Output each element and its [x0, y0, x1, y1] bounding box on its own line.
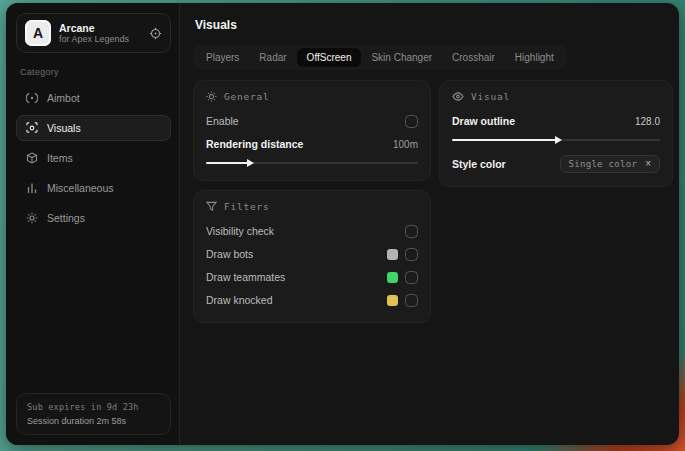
app-subtitle: for Apex Legends [59, 34, 141, 44]
enable-label: Enable [206, 115, 239, 127]
panel-title: Filters [224, 201, 270, 212]
tab-radar[interactable]: Radar [249, 48, 296, 67]
main-area: Visuals Players Radar OffScreen Skin Cha… [180, 3, 679, 445]
sidebar-item-settings[interactable]: Settings [16, 205, 171, 231]
panel-title: General [224, 91, 270, 102]
visibility-check-row: Visibility check [206, 221, 418, 241]
sun-icon [206, 91, 217, 102]
filters-panel: Filters Visibility check Draw bots [193, 190, 431, 323]
tab-highlight[interactable]: Highlight [505, 48, 564, 67]
draw-knocked-color-swatch[interactable] [387, 295, 398, 306]
enable-checkbox[interactable] [405, 115, 418, 128]
visibility-check-checkbox[interactable] [405, 225, 418, 238]
tab-skin-changer[interactable]: Skin Changer [361, 48, 442, 67]
sidebar-item-label: Visuals [47, 122, 81, 134]
draw-bots-checkbox[interactable] [405, 248, 418, 261]
eye-scan-icon [26, 122, 38, 134]
slider-fill [206, 162, 248, 164]
sidebar-item-label: Miscellaneous [47, 182, 114, 194]
sidebar-item-miscellaneous[interactable]: Miscellaneous [16, 175, 171, 201]
page-title: Visuals [195, 18, 673, 32]
sidebar-item-aimbot[interactable]: Aimbot [16, 85, 171, 111]
eye-icon [452, 91, 464, 102]
category-label: Category [20, 67, 171, 77]
draw-knocked-row: Draw knocked [206, 290, 418, 310]
rendering-distance-label: Rendering distance [206, 138, 303, 150]
target-icon[interactable] [149, 27, 162, 40]
crosshair-icon [26, 92, 38, 104]
close-icon[interactable]: × [645, 159, 651, 169]
draw-teammates-color-swatch[interactable] [387, 272, 398, 283]
funnel-icon [206, 201, 217, 212]
draw-outline-value: 128.0 [635, 116, 660, 127]
draw-outline-slider[interactable] [452, 135, 660, 145]
rendering-distance-slider[interactable] [206, 158, 418, 168]
style-color-value: Single color [569, 159, 638, 169]
draw-teammates-row: Draw teammates [206, 267, 418, 287]
bars-icon [26, 182, 38, 194]
tab-players[interactable]: Players [196, 48, 249, 67]
draw-outline-row: Draw outline 128.0 [452, 111, 660, 131]
sidebar-item-label: Items [47, 152, 73, 164]
tab-bar: Players Radar OffScreen Skin Changer Cro… [193, 45, 567, 70]
cube-icon [26, 152, 38, 164]
draw-outline-label: Draw outline [452, 115, 515, 127]
panel-title: Visual [471, 91, 510, 102]
slider-fill [452, 139, 556, 141]
rendering-distance-value: 100m [393, 139, 418, 150]
sidebar-item-label: Settings [47, 212, 85, 224]
draw-teammates-checkbox[interactable] [405, 271, 418, 284]
subscription-card: Sub expires in 9d 23h Session duration 2… [16, 393, 171, 435]
session-duration-text: Session duration 2m 58s [27, 416, 160, 426]
sub-expires-text: Sub expires in 9d 23h [27, 402, 160, 412]
style-color-select[interactable]: Single color × [560, 155, 660, 173]
style-color-label: Style color [452, 158, 506, 170]
rendering-distance-row: Rendering distance 100m [206, 134, 418, 154]
general-panel: General Enable Rendering distance 100m [193, 80, 431, 181]
visual-panel: Visual Draw outline 128.0 Style color Si… [439, 80, 673, 187]
draw-bots-color-swatch[interactable] [387, 249, 398, 260]
sidebar: A Arcane for Apex Legends Category Aimbo [6, 3, 180, 445]
style-color-row: Style color Single color × [452, 154, 660, 174]
app-logo: A [25, 20, 51, 46]
draw-knocked-checkbox[interactable] [405, 294, 418, 307]
gear-icon [26, 212, 38, 224]
tab-crosshair[interactable]: Crosshair [442, 48, 505, 67]
sidebar-item-label: Aimbot [47, 92, 80, 104]
sidebar-item-items[interactable]: Items [16, 145, 171, 171]
app-window: A Arcane for Apex Legends Category Aimbo [6, 3, 679, 445]
draw-bots-row: Draw bots [206, 244, 418, 264]
enable-row: Enable [206, 111, 418, 131]
app-name: Arcane [59, 22, 141, 34]
sidebar-item-visuals[interactable]: Visuals [16, 115, 171, 141]
brand-card: A Arcane for Apex Legends [16, 13, 171, 53]
tab-offscreen[interactable]: OffScreen [297, 48, 362, 67]
